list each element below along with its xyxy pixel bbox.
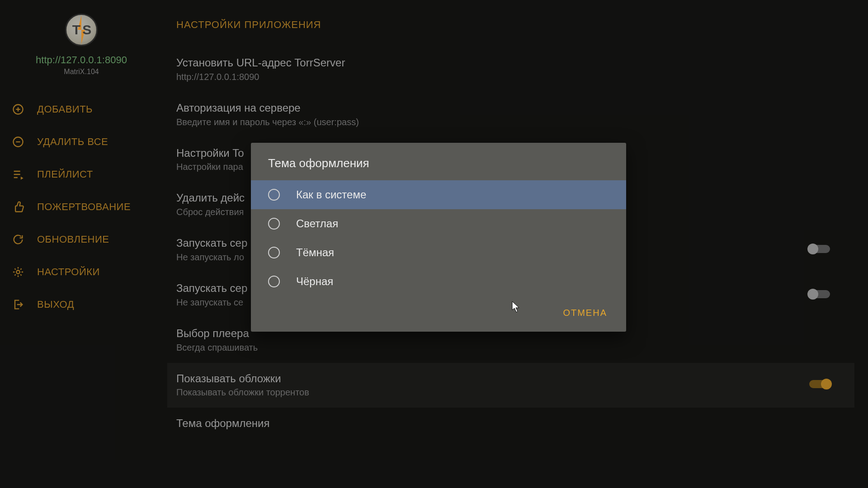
sidebar-item-label: ДОБАВИТЬ [37, 103, 93, 115]
theme-dialog: Тема оформления Как в системе Светлая Тё… [251, 143, 626, 332]
theme-option-light[interactable]: Светлая [251, 209, 626, 238]
theme-option-system[interactable]: Как в системе [251, 180, 626, 209]
setting-title: Установить URL-адрес TorrServer [176, 55, 854, 71]
theme-option-black[interactable]: Чёрная [251, 267, 626, 296]
radio-icon [268, 276, 280, 287]
refresh-icon [12, 233, 24, 246]
option-label: Чёрная [296, 275, 333, 288]
gear-icon [12, 266, 24, 278]
setting-sub: Показывать обложки торрентов [176, 387, 309, 398]
server-url: http://127.0.0.1:8090 [36, 54, 127, 66]
page-title: НАСТРОЙКИ ПРИЛОЖЕНИЯ [176, 19, 854, 31]
sidebar: T S http://127.0.0.1:8090 MatriX.104 ДОБ… [0, 0, 163, 488]
sidebar-item-add[interactable]: ДОБАВИТЬ [0, 93, 163, 126]
dialog-actions: ОТМЕНА [251, 296, 626, 332]
sidebar-item-exit[interactable]: ВЫХОД [0, 288, 163, 321]
thumbs-up-icon [12, 201, 24, 213]
app-logo: T S [65, 14, 98, 46]
setting-title: Авторизация на сервере [176, 100, 854, 116]
sidebar-item-update[interactable]: ОБНОВЛЕНИЕ [0, 223, 163, 256]
plus-circle-icon [12, 103, 24, 116]
setting-sub: http://127.0.0.1:8090 [176, 72, 854, 82]
setting-sub: Не запускать ло [176, 252, 247, 263]
sidebar-item-settings[interactable]: НАСТРОЙКИ [0, 256, 163, 288]
setting-sub: Не запускать се [176, 297, 247, 308]
option-label: Как в системе [296, 188, 366, 201]
setting-show-covers[interactable]: Показывать обложки Показывать обложки то… [167, 363, 854, 408]
logo-block: T S http://127.0.0.1:8090 MatriX.104 [0, 9, 163, 80]
radio-icon [268, 218, 280, 230]
toggle-switch[interactable] [809, 290, 830, 298]
toggle-switch[interactable] [809, 245, 830, 253]
sidebar-menu: ДОБАВИТЬ УДАЛИТЬ ВСЕ ПЛЕЙЛИСТ ПОЖЕРТВОВА… [0, 93, 163, 321]
playlist-icon [12, 168, 24, 181]
radio-icon [268, 189, 280, 201]
option-label: Светлая [296, 217, 338, 230]
sidebar-item-label: УДАЛИТЬ ВСЕ [37, 136, 108, 148]
setting-title: Показывать обложки [176, 371, 309, 387]
setting-title: Запускать сер [176, 281, 247, 296]
sidebar-item-label: ВЫХОД [37, 299, 74, 310]
setting-title: Тема оформления [176, 416, 854, 432]
option-label: Тёмная [296, 246, 334, 259]
sidebar-item-label: ПОЖЕРТВОВАНИЕ [37, 201, 131, 213]
sidebar-item-label: НАСТРОЙКИ [37, 266, 100, 278]
setting-sub: Всегда спрашивать [176, 343, 854, 353]
dialog-options: Как в системе Светлая Тёмная Чёрная [251, 180, 626, 296]
sidebar-item-delete-all[interactable]: УДАЛИТЬ ВСЕ [0, 126, 163, 158]
sidebar-item-donate[interactable]: ПОЖЕРТВОВАНИЕ [0, 191, 163, 223]
setting-auth[interactable]: Авторизация на сервере Введите имя и пар… [176, 92, 854, 137]
setting-theme[interactable]: Тема оформления [176, 408, 854, 441]
sidebar-item-label: ПЛЕЙЛИСТ [37, 169, 93, 180]
mouse-cursor-icon [512, 301, 520, 313]
setting-sub: Введите имя и пароль через «:» (user:pas… [176, 117, 854, 127]
sidebar-item-playlist[interactable]: ПЛЕЙЛИСТ [0, 158, 163, 191]
exit-icon [12, 298, 24, 311]
svg-point-2 [16, 270, 19, 273]
toggle-switch[interactable] [809, 380, 830, 388]
setting-title: Запускать сер [176, 235, 247, 251]
cancel-button[interactable]: ОТМЕНА [557, 304, 613, 322]
sidebar-item-label: ОБНОВЛЕНИЕ [37, 234, 109, 245]
logo-text: T S [72, 22, 91, 38]
server-version: MatriX.104 [64, 68, 99, 76]
theme-option-dark[interactable]: Тёмная [251, 238, 626, 267]
radio-icon [268, 247, 280, 258]
dialog-title: Тема оформления [251, 143, 626, 180]
minus-circle-icon [12, 136, 24, 148]
setting-torrserver-url[interactable]: Установить URL-адрес TorrServer http://1… [176, 47, 854, 92]
